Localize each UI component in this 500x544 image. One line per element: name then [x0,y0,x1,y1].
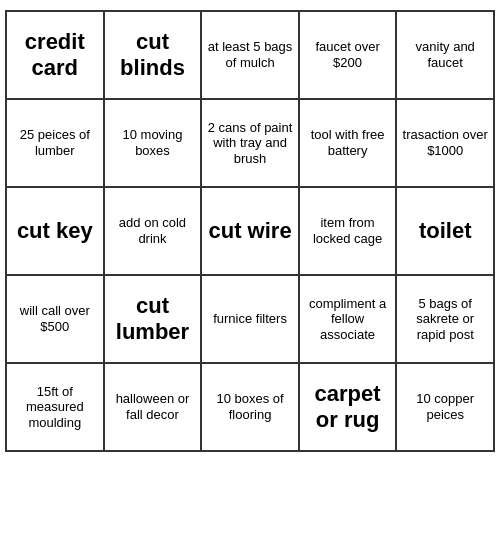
cell-1-2: 2 cans of paint with tray and brush [201,99,298,187]
cell-2-4: toilet [396,187,494,275]
cell-0-2: at least 5 bags of mulch [201,11,298,99]
cell-3-4: 5 bags of sakrete or rapid post [396,275,494,363]
cell-1-3: tool with free battery [299,99,397,187]
cell-3-3: compliment a fellow associate [299,275,397,363]
cell-2-1: add on cold drink [104,187,202,275]
cell-1-0: 25 peices of lumber [6,99,104,187]
cell-2-3: item from locked cage [299,187,397,275]
cell-0-4: vanity and faucet [396,11,494,99]
cell-1-4: trasaction over $1000 [396,99,494,187]
cell-2-2: cut wire [201,187,298,275]
cell-4-2: 10 boxes of flooring [201,363,298,451]
cell-2-0: cut key [6,187,104,275]
cell-4-0: 15ft of measured moulding [6,363,104,451]
cell-4-3: carpet or rug [299,363,397,451]
cell-3-1: cut lumber [104,275,202,363]
cell-4-4: 10 copper peices [396,363,494,451]
bingo-title [5,0,495,10]
cell-0-3: faucet over $200 [299,11,397,99]
cell-3-2: furnice filters [201,275,298,363]
bingo-grid: credit cardcut blindsat least 5 bags of … [5,10,495,452]
cell-4-1: halloween or fall decor [104,363,202,451]
cell-0-1: cut blinds [104,11,202,99]
cell-1-1: 10 moving boxes [104,99,202,187]
cell-0-0: credit card [6,11,104,99]
cell-3-0: will call over $500 [6,275,104,363]
